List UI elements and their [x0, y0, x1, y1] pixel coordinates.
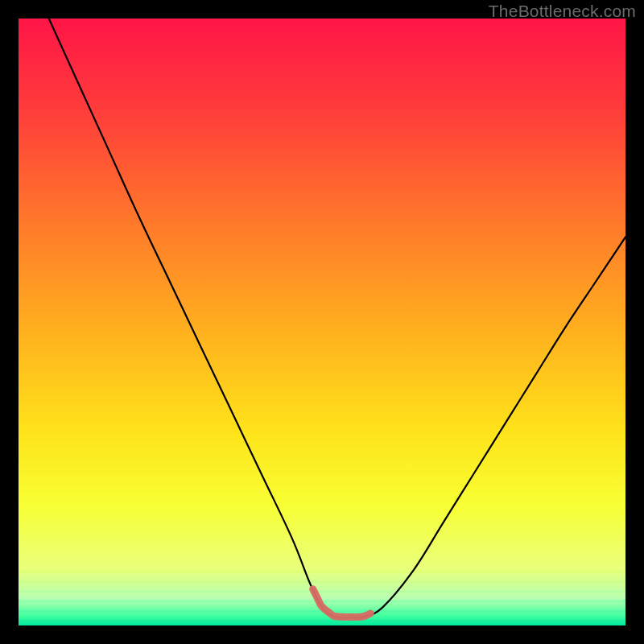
plot-area [19, 19, 625, 625]
chart-frame: TheBottleneck.com [0, 0, 644, 644]
gradient-background [19, 19, 625, 625]
bottleneck-chart [19, 19, 625, 625]
